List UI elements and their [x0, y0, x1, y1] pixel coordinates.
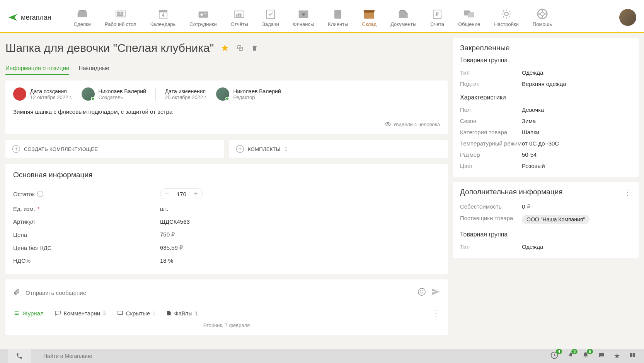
chars-subtitle: Характеристики — [460, 94, 632, 101]
star-icon[interactable]: ★ — [221, 43, 229, 53]
svg-text:4: 4 — [162, 13, 164, 17]
phone-button[interactable] — [8, 349, 31, 363]
compose-input[interactable] — [26, 286, 412, 299]
svg-point-29 — [504, 12, 508, 15]
nav-icon: ₽ — [430, 8, 444, 20]
bottom-bar: 4 3 5 ★ — [0, 349, 644, 363]
phone-icon — [16, 353, 23, 360]
avatar-icon — [82, 87, 95, 101]
price-label: Цена — [13, 231, 160, 238]
avatar-icon — [216, 87, 229, 101]
global-search[interactable] — [39, 353, 356, 359]
nav-Помощь[interactable]: Помощь — [526, 7, 559, 29]
balance-stepper[interactable]: − 170 + — [160, 188, 203, 199]
modified-label: Дата изменения — [165, 88, 207, 94]
description: Зимняя шапка с флисовым подкладом, с защ… — [13, 108, 440, 115]
compose-card: Журнал Комментарии 3 Скрытые 1 Файлы 1 — [5, 279, 448, 335]
tab-Накладные[interactable]: Накладные — [78, 62, 109, 75]
logo[interactable]: мегаплан — [8, 12, 51, 23]
user-avatar[interactable] — [619, 9, 636, 26]
attach-icon[interactable] — [13, 288, 20, 298]
unit-value: шт. — [160, 205, 168, 212]
svg-rect-2 — [121, 12, 123, 13]
svg-rect-28 — [468, 12, 474, 17]
alert-icon[interactable]: 4 — [550, 351, 558, 361]
book-icon[interactable] — [629, 352, 636, 361]
supplier-pill[interactable]: ООО "Наша Компания" — [522, 215, 589, 224]
star-icon[interactable]: ★ — [614, 352, 620, 360]
nav-icon — [114, 8, 128, 20]
meta-creator[interactable]: Николаев Валерий Создатель — [82, 87, 146, 101]
subtab-hidden[interactable]: Скрытые 1 — [117, 310, 156, 317]
nav-icon — [75, 8, 89, 20]
trash-icon[interactable] — [251, 44, 259, 52]
send-icon[interactable] — [431, 288, 440, 298]
nav-icon — [264, 8, 278, 20]
nav-Отчёты[interactable]: Отчёты — [224, 7, 255, 29]
more-icon[interactable]: ⋮ — [624, 188, 632, 197]
nav-Сделки[interactable]: Сделки — [67, 7, 98, 29]
svg-rect-11 — [204, 14, 207, 15]
emoji-icon[interactable] — [417, 288, 426, 298]
chat-icon[interactable] — [598, 352, 605, 361]
pinned-section: Закрепленные Товарная группа ТипОдежда П… — [453, 38, 639, 177]
svg-rect-14 — [238, 13, 239, 16]
creator-role: Создатель — [99, 94, 146, 100]
nav-Счета[interactable]: ₽Счета — [423, 7, 451, 29]
nav-Документы[interactable]: Документы — [383, 7, 423, 29]
svg-point-31 — [540, 12, 544, 15]
svg-text:апр: апр — [162, 10, 165, 12]
svg-rect-24 — [400, 10, 405, 11]
page-tabs: Информация о позицииНакладные — [5, 62, 448, 75]
page-title: Шапка для девочки "Спелая клубника" — [5, 41, 214, 55]
nav-Календарь[interactable]: 4апрКалендарь — [143, 7, 183, 29]
nav-Настройки[interactable]: Настройки — [487, 7, 526, 29]
title-row: Шапка для девочки "Спелая клубника" ★ — [5, 38, 448, 56]
nav-Рабочий стол[interactable]: Рабочий стол — [98, 7, 143, 29]
svg-rect-15 — [240, 14, 241, 17]
nav-Задачи[interactable]: Задачи — [255, 7, 286, 29]
nav-icon — [196, 8, 210, 20]
kits-button[interactable]: + КОМПЛЕКТЫ 1 — [229, 140, 448, 158]
nav-icon — [331, 8, 345, 20]
meta-editor[interactable]: Николаев Валерий Редактор — [216, 87, 281, 101]
vat-label: НДС% — [13, 257, 160, 264]
logo-icon — [8, 12, 19, 23]
svg-rect-1 — [117, 12, 120, 13]
tab-Информация о позиции[interactable]: Информация о позиции — [5, 62, 69, 75]
logo-text: мегаплан — [21, 14, 51, 22]
nav-Финансы[interactable]: Финансы — [286, 7, 321, 29]
stepper-plus[interactable]: + — [194, 190, 198, 197]
views-count[interactable]: Увидели 4 человека — [13, 121, 440, 127]
nav-icon — [462, 8, 476, 20]
stepper-minus[interactable]: − — [165, 190, 169, 197]
subtab-files[interactable]: Файлы 1 — [166, 310, 198, 317]
balance-label: Остаток i — [13, 191, 160, 197]
nav-Сотрудники[interactable]: Сотрудники — [182, 7, 223, 29]
info-icon[interactable]: i — [37, 191, 43, 197]
nav-Склад[interactable]: Склад — [355, 7, 384, 29]
copy-icon[interactable] — [236, 44, 244, 52]
more-icon[interactable]: ⋮ — [432, 308, 440, 318]
list-icon — [13, 310, 20, 316]
sku-value: ШДСК4563 — [160, 218, 190, 225]
subtab-journal[interactable]: Журнал — [13, 310, 44, 317]
creator-name: Николаев Валерий — [99, 88, 146, 94]
file-icon — [166, 310, 172, 316]
nav-Общение[interactable]: Общение — [451, 7, 487, 29]
date-divider: Вторник, 7 февраля — [13, 322, 440, 328]
eye-icon — [385, 121, 391, 127]
subtab-comments[interactable]: Комментарии 3 — [55, 310, 106, 317]
svg-point-37 — [423, 291, 423, 291]
extra-section: ⋮ Дополнительная информация Себестоимост… — [453, 182, 639, 258]
group-subtitle: Товарная группа — [460, 57, 632, 64]
modified-date: 25 октября 2022 г. — [165, 94, 207, 100]
bell-icon[interactable]: 5 — [582, 351, 589, 361]
nav-Клиенты[interactable]: Клиенты — [321, 7, 355, 29]
svg-point-23 — [339, 10, 341, 12]
create-component-button[interactable]: + СОЗДАТЬ КОМПЛЕКТУЮЩЕЕ — [5, 140, 224, 158]
nav-icon — [499, 8, 513, 20]
comment-icon — [55, 310, 61, 316]
nav-icon — [397, 8, 411, 20]
fire-icon[interactable]: 3 — [567, 351, 574, 361]
